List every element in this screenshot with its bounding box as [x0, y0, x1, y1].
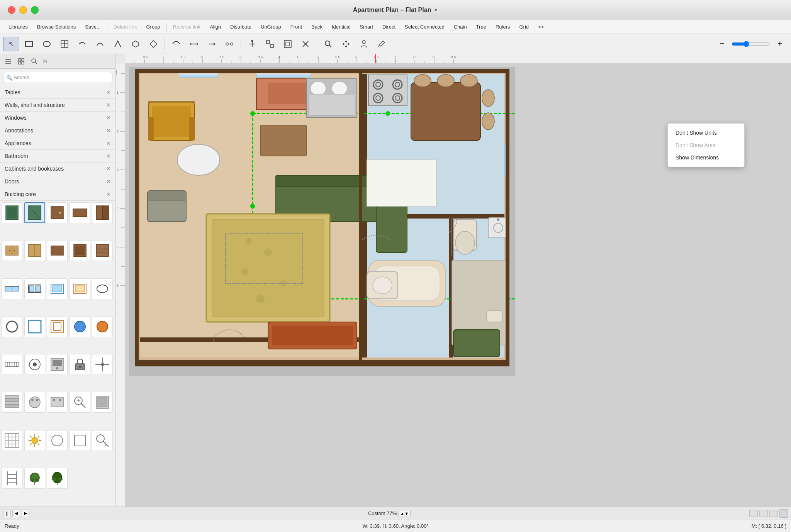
- category-doors-close[interactable]: ✕: [106, 178, 111, 185]
- icon-window-2[interactable]: [24, 278, 45, 299]
- menu-align[interactable]: Align: [205, 22, 226, 31]
- icon-plant-2[interactable]: [47, 468, 68, 489]
- icon-square-outline[interactable]: [70, 430, 90, 451]
- menu-chain[interactable]: Chain: [449, 22, 472, 31]
- zoom-select-btn[interactable]: ▲▼: [398, 510, 411, 517]
- menu-front[interactable]: Front: [286, 22, 307, 31]
- title-dropdown-arrow[interactable]: ▼: [433, 7, 438, 13]
- tool-shape2[interactable]: [145, 37, 161, 51]
- icon-circle-orange[interactable]: [92, 316, 113, 337]
- icon-circle-blue[interactable]: [70, 316, 90, 337]
- menu-browse-solutions[interactable]: Browse Solutions: [32, 22, 80, 31]
- icon-door-3[interactable]: [47, 202, 68, 223]
- icon-cabinet-1[interactable]: [2, 240, 22, 261]
- icon-window-3[interactable]: [47, 278, 68, 299]
- icon-door-5[interactable]: [92, 202, 113, 223]
- icon-vent-1[interactable]: [2, 354, 22, 375]
- close-button[interactable]: [8, 6, 15, 14]
- category-building-close[interactable]: ✕: [106, 191, 111, 197]
- zoom-out-button[interactable]: −: [714, 37, 730, 51]
- menu-rulers[interactable]: Rulers: [491, 22, 515, 31]
- search-input[interactable]: [3, 72, 112, 83]
- zoom-in-button[interactable]: +: [772, 37, 788, 51]
- menu-save[interactable]: Save...: [80, 22, 105, 31]
- icon-lock[interactable]: [70, 354, 90, 375]
- tool-curve1[interactable]: [168, 37, 184, 51]
- tool-pan[interactable]: [338, 37, 354, 51]
- icon-rect-outline[interactable]: [24, 316, 45, 337]
- icon-fixture-round[interactable]: [24, 392, 45, 413]
- tool-table[interactable]: [56, 37, 73, 51]
- tool-line3[interactable]: [110, 37, 126, 51]
- menu-grid[interactable]: Grid: [514, 22, 533, 31]
- icon-sun[interactable]: [24, 430, 45, 451]
- tool-person[interactable]: [356, 37, 372, 51]
- icon-appliance-1[interactable]: [47, 354, 68, 375]
- canvas-area[interactable]: 0.5 1 1.5 2 2.5 3 3.5 4 4.5 5 5.5 6 6.5 …: [116, 54, 791, 507]
- fit-page-btn[interactable]: [779, 509, 788, 518]
- tool-transform2[interactable]: [262, 37, 278, 51]
- tool-rect[interactable]: [21, 37, 37, 51]
- category-tables-close[interactable]: ✕: [106, 89, 111, 95]
- menu-identical[interactable]: Identical: [327, 22, 355, 31]
- category-appliances[interactable]: Appliances ✕: [0, 137, 115, 150]
- minimize-button[interactable]: [19, 6, 27, 14]
- canvas-container[interactable]: Don't Show Units Don't Show Area Show Di…: [125, 63, 791, 507]
- tool-eyedrop[interactable]: [373, 37, 390, 51]
- tool-transform3[interactable]: [280, 37, 296, 51]
- icon-ladder[interactable]: [2, 468, 22, 489]
- menu-select-connected[interactable]: Select Connected: [400, 22, 449, 31]
- icon-panel[interactable]: [92, 392, 113, 413]
- view-mode-1[interactable]: [749, 510, 758, 517]
- ctx-dont-show-units[interactable]: Don't Show Units: [668, 127, 744, 139]
- menu-tree[interactable]: Tree: [472, 22, 491, 31]
- category-appliances-close[interactable]: ✕: [106, 140, 111, 146]
- icon-rect-frame[interactable]: [47, 316, 68, 337]
- tool-ellipse[interactable]: [39, 37, 55, 51]
- category-bathroom-close[interactable]: ✕: [106, 153, 111, 159]
- icon-window-1[interactable]: [2, 278, 22, 299]
- menu-group[interactable]: Group: [141, 22, 165, 31]
- icon-plant-1[interactable]: [24, 468, 45, 489]
- category-cabinets-close[interactable]: ✕: [106, 166, 111, 172]
- menu-direct[interactable]: Direct: [378, 22, 400, 31]
- icon-vent-round[interactable]: [24, 354, 45, 375]
- scroll-left-btn[interactable]: ‖: [3, 510, 11, 517]
- tool-line2[interactable]: [92, 37, 108, 51]
- category-annotations[interactable]: Annotations ✕: [0, 124, 115, 137]
- floor-plan[interactable]: [129, 67, 515, 376]
- icon-cabinet-2[interactable]: [24, 240, 45, 261]
- menu-smart[interactable]: Smart: [355, 22, 378, 31]
- icon-crosshair[interactable]: [92, 354, 113, 375]
- icon-fixture-rect[interactable]: [47, 392, 68, 413]
- tool-connect2[interactable]: [221, 37, 238, 51]
- category-walls-close[interactable]: ✕: [106, 102, 111, 108]
- next-page-btn[interactable]: ▶: [22, 510, 29, 517]
- sidebar-grid-view[interactable]: [15, 56, 27, 66]
- view-mode-3[interactable]: [769, 510, 778, 517]
- icon-search-symbol[interactable]: [70, 392, 90, 413]
- tool-transform4[interactable]: [297, 37, 314, 51]
- menu-reverse-link[interactable]: Reverse link: [168, 22, 205, 31]
- prev-page-btn[interactable]: ◀: [12, 510, 20, 517]
- tool-line1[interactable]: [74, 37, 90, 51]
- icon-grid-tile[interactable]: [2, 430, 22, 451]
- icon-key[interactable]: [92, 430, 113, 451]
- category-tables[interactable]: Tables ✕: [0, 86, 115, 99]
- category-building[interactable]: Building core ✕: [0, 188, 115, 201]
- tool-zoom[interactable]: [320, 37, 336, 51]
- menu-libraries[interactable]: Libraries: [4, 22, 32, 31]
- icon-circle-outline[interactable]: [47, 430, 68, 451]
- menu-more[interactable]: >>: [533, 22, 548, 31]
- icon-cabinet-4[interactable]: [70, 240, 90, 261]
- tool-curve2[interactable]: [186, 37, 202, 51]
- zoom-slider[interactable]: [732, 41, 770, 47]
- icon-oval[interactable]: [92, 278, 113, 299]
- icon-window-4[interactable]: [70, 278, 90, 299]
- menu-back[interactable]: Back: [307, 22, 327, 31]
- tool-transform1[interactable]: [244, 37, 260, 51]
- icon-door-1[interactable]: [2, 202, 22, 223]
- tool-select[interactable]: ↖: [3, 37, 19, 51]
- category-windows[interactable]: Windows ✕: [0, 112, 115, 124]
- icon-door-4[interactable]: [70, 202, 90, 223]
